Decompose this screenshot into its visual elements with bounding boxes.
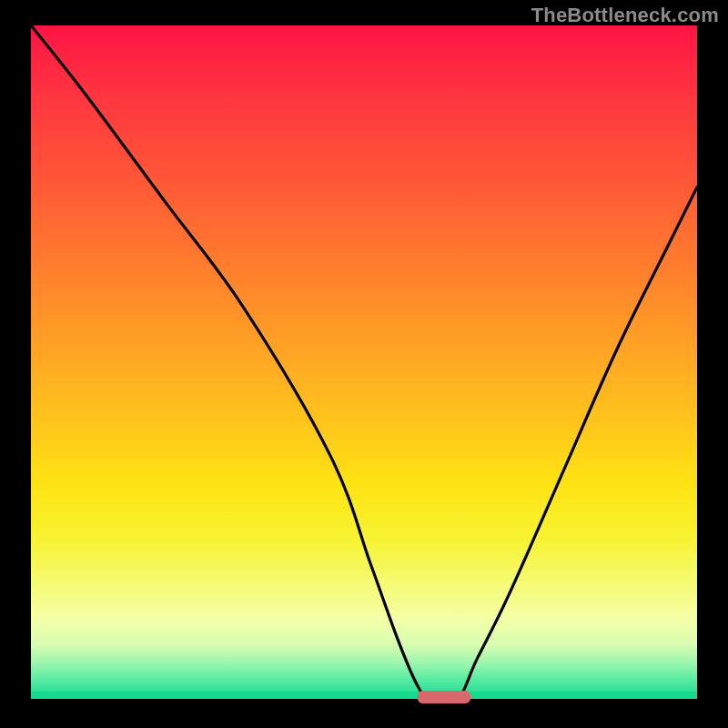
plot-background [31, 25, 697, 699]
chart-stage: TheBottleneck.com [0, 0, 728, 728]
optimal-marker [418, 691, 471, 703]
green-band [31, 692, 697, 699]
bottleneck-chart [0, 0, 728, 728]
watermark-text: TheBottleneck.com [531, 4, 719, 27]
